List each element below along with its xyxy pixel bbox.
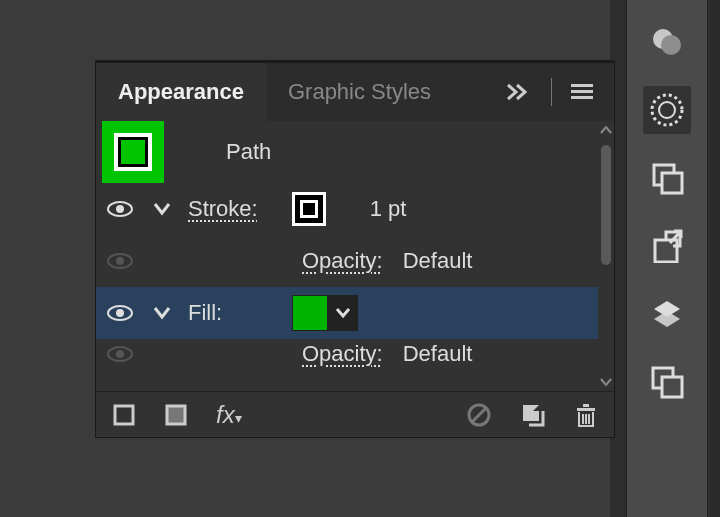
fx-label: fx bbox=[216, 401, 235, 429]
window-edge bbox=[710, 0, 720, 517]
svg-line-23 bbox=[472, 408, 486, 422]
visibility-toggle-stroke-opacity[interactable] bbox=[104, 251, 136, 271]
visibility-toggle-stroke[interactable] bbox=[104, 199, 136, 219]
panel-menu-icon[interactable] bbox=[570, 82, 594, 102]
scroll-track[interactable] bbox=[601, 139, 611, 373]
expand-stroke-icon[interactable] bbox=[150, 202, 174, 216]
svg-rect-26 bbox=[583, 404, 589, 407]
fill-row[interactable]: Fill: bbox=[96, 287, 598, 339]
collapse-icon[interactable] bbox=[505, 82, 533, 102]
visibility-toggle-fill-opacity[interactable] bbox=[104, 344, 136, 364]
stroke-weight-value[interactable]: 1 pt bbox=[370, 196, 407, 222]
visibility-toggle-fill[interactable] bbox=[104, 303, 136, 323]
fill-opacity-row[interactable]: Opacity: Default bbox=[96, 339, 598, 369]
appearance-icon[interactable] bbox=[643, 86, 691, 134]
fill-label: Fill: bbox=[188, 300, 222, 326]
duplicate-item-icon[interactable] bbox=[520, 402, 546, 428]
target-label: Path bbox=[226, 139, 271, 165]
appearance-rows: Path Stroke: 1 pt bbox=[96, 121, 598, 391]
svg-point-1 bbox=[661, 35, 681, 55]
svg-point-13 bbox=[116, 205, 124, 213]
tab-appearance[interactable]: Appearance bbox=[96, 63, 266, 121]
opacity2-value: Default bbox=[403, 341, 473, 367]
scroll-down-icon[interactable] bbox=[600, 373, 612, 391]
panel-scrollbar[interactable] bbox=[598, 121, 614, 391]
panel-footer: fx▾ bbox=[96, 391, 614, 437]
svg-rect-10 bbox=[571, 90, 593, 93]
scroll-thumb[interactable] bbox=[601, 145, 611, 265]
new-stroke-icon[interactable] bbox=[112, 403, 136, 427]
svg-rect-20 bbox=[115, 406, 133, 424]
svg-rect-8 bbox=[662, 377, 682, 397]
panel-tabbar: Appearance Graphic Styles bbox=[96, 63, 614, 121]
svg-rect-25 bbox=[577, 408, 595, 411]
opacity2-label[interactable]: Opacity: bbox=[302, 341, 383, 367]
color-guide-icon[interactable] bbox=[643, 18, 691, 66]
opacity-value: Default bbox=[403, 248, 473, 274]
appearance-panel: Appearance Graphic Styles bbox=[95, 60, 615, 438]
scroll-up-icon[interactable] bbox=[600, 121, 612, 139]
svg-rect-5 bbox=[662, 173, 682, 193]
svg-rect-6 bbox=[655, 240, 677, 262]
target-thumbnail[interactable] bbox=[102, 121, 164, 183]
stroke-row[interactable]: Stroke: 1 pt bbox=[96, 183, 598, 235]
link-icon[interactable] bbox=[643, 222, 691, 270]
divider bbox=[551, 78, 552, 106]
delete-item-icon[interactable] bbox=[574, 402, 598, 428]
layers-icon[interactable] bbox=[643, 290, 691, 338]
fill-swatch-dropdown[interactable] bbox=[328, 295, 358, 331]
svg-point-15 bbox=[116, 257, 124, 265]
svg-point-17 bbox=[116, 309, 124, 317]
opacity-label[interactable]: Opacity: bbox=[302, 248, 383, 274]
fill-swatch[interactable] bbox=[292, 295, 328, 331]
target-row[interactable]: Path bbox=[96, 121, 598, 183]
stroke-swatch[interactable] bbox=[292, 192, 326, 226]
svg-rect-9 bbox=[571, 84, 593, 87]
stroke-opacity-row[interactable]: Opacity: Default bbox=[96, 235, 598, 287]
artboards-icon[interactable] bbox=[643, 358, 691, 406]
add-effect-button[interactable]: fx▾ bbox=[216, 401, 242, 429]
expand-fill-icon[interactable] bbox=[150, 306, 174, 320]
svg-rect-21 bbox=[167, 406, 185, 424]
tab-graphic-styles[interactable]: Graphic Styles bbox=[266, 63, 453, 121]
svg-point-3 bbox=[659, 102, 675, 118]
graphic-styles-icon[interactable] bbox=[643, 154, 691, 202]
new-fill-icon[interactable] bbox=[164, 403, 188, 427]
right-tool-dock bbox=[626, 0, 708, 517]
clear-appearance-icon[interactable] bbox=[466, 402, 492, 428]
svg-rect-24 bbox=[523, 405, 539, 421]
svg-point-19 bbox=[116, 350, 124, 358]
stroke-label[interactable]: Stroke: bbox=[188, 196, 258, 222]
svg-rect-11 bbox=[571, 96, 593, 99]
